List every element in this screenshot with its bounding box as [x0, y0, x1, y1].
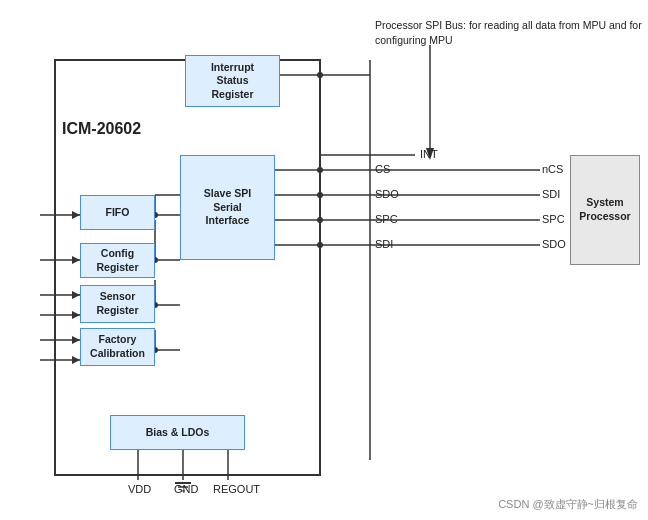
config-register-box: Config Register — [80, 243, 155, 278]
slave-spi-box: Slave SPI Serial Interface — [180, 155, 275, 260]
chip-label: ICM-20602 — [62, 120, 141, 138]
ncs-label: nCS — [542, 163, 563, 175]
sdi-right-label: SDI — [542, 188, 560, 200]
svg-marker-27 — [72, 356, 80, 364]
fifo-box: FIFO — [80, 195, 155, 230]
svg-marker-19 — [72, 256, 80, 264]
svg-marker-25 — [72, 336, 80, 344]
factory-calibration-box: Factory Calibration — [80, 328, 155, 366]
diagram: ICM-20602 Interrupt Status Register Slav… — [0, 0, 648, 520]
sdo-right-label: SDO — [542, 238, 566, 250]
spc-right-label: SPC — [542, 213, 565, 225]
svg-marker-23 — [72, 311, 80, 319]
svg-point-8 — [317, 167, 323, 173]
svg-marker-21 — [72, 291, 80, 299]
sdi-label: SDI — [375, 238, 393, 250]
system-processor-box: System Processor — [570, 155, 640, 265]
vdd-label: VDD — [128, 483, 151, 495]
svg-point-14 — [317, 242, 323, 248]
svg-point-12 — [317, 217, 323, 223]
spi-bus-label: Processor SPI Bus: for reading all data … — [375, 18, 648, 47]
bias-ldos-box: Bias & LDOs — [110, 415, 245, 450]
int-label: INT — [420, 148, 438, 160]
watermark: CSDN @致虚守静~归根复命 — [498, 497, 638, 512]
svg-point-2 — [317, 72, 323, 78]
sdo-label: SDO — [375, 188, 399, 200]
regout-label: REGOUT — [213, 483, 260, 495]
cs-label: CS — [375, 163, 390, 175]
spc-label: SPC — [375, 213, 398, 225]
svg-marker-17 — [72, 211, 80, 219]
svg-point-10 — [317, 192, 323, 198]
sensor-register-box: Sensor Register — [80, 285, 155, 323]
gnd-label: GND — [174, 483, 198, 495]
interrupt-status-box: Interrupt Status Register — [185, 55, 280, 107]
